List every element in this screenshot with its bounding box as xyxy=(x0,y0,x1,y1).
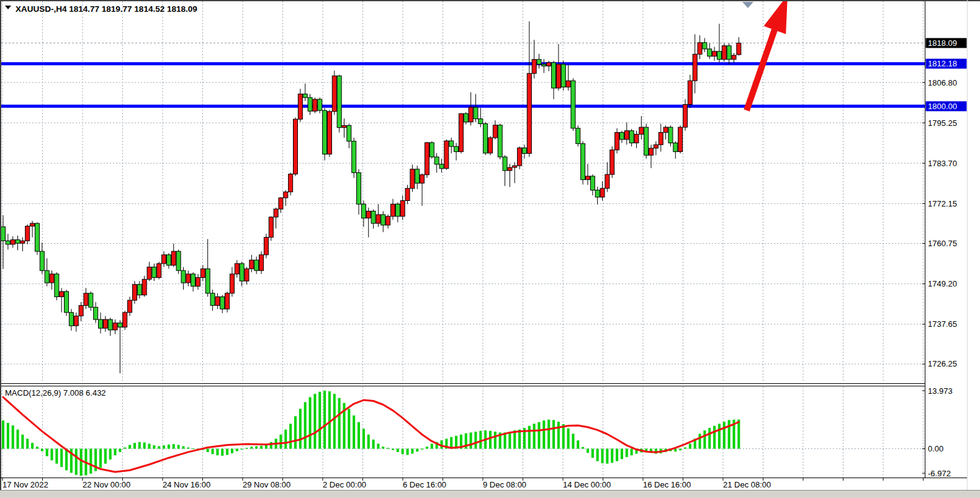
trading-chart-window: XAUUSD-,H4 1814.77 1819.77 1814.52 1818.… xyxy=(0,0,980,498)
main-chart-plot-area[interactable] xyxy=(1,1,925,383)
price-axis-scale[interactable] xyxy=(925,1,979,478)
macd-panel-area[interactable] xyxy=(1,387,925,478)
time-axis-scale[interactable] xyxy=(1,478,925,490)
bottom-window-strip xyxy=(0,491,980,498)
